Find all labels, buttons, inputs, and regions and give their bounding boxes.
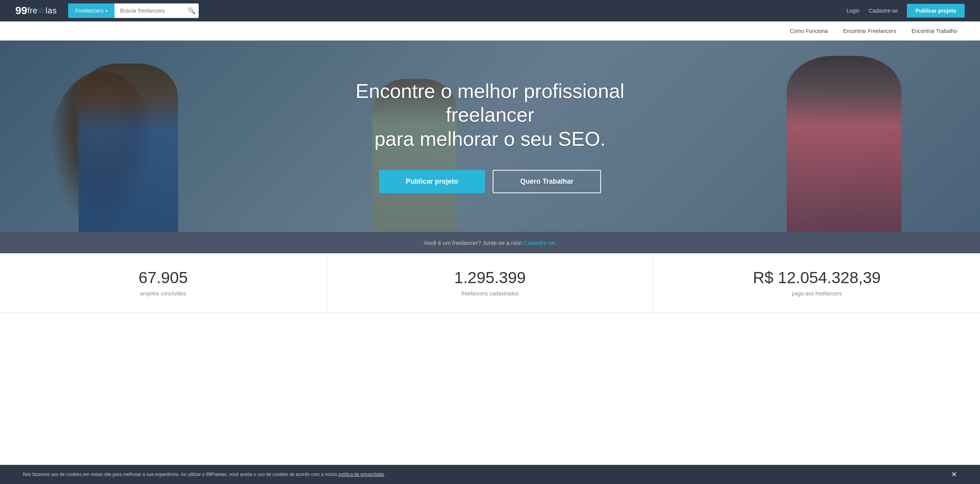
- search-button[interactable]: 🔍: [188, 7, 196, 15]
- stat-freelancers-label: freelancers cadastrados: [461, 290, 518, 297]
- logo[interactable]: 99 fre☆las: [15, 5, 57, 16]
- hero-content: Encontre o melhor profissional freelance…: [337, 79, 643, 193]
- search-icon: 🔍: [188, 8, 196, 14]
- hero-section: Encontre o melhor profissional freelance…: [0, 41, 980, 232]
- stat-pago-label: pago aos freelancers: [792, 290, 842, 297]
- freelancers-btn-label: Freelancers: [75, 8, 103, 14]
- encontrar-freelancers-link[interactable]: Encontrar Freelancers: [843, 28, 896, 34]
- hero-title: Encontre o melhor profissional freelance…: [345, 79, 635, 151]
- secondary-nav: Como Funciona Encontrar Freelancers Enco…: [0, 21, 980, 41]
- search-bar: Freelancers ▾ 🔍: [68, 3, 199, 18]
- chevron-down-icon: ▾: [106, 9, 108, 13]
- stat-pago-number: R$ 12.054.328,39: [661, 269, 972, 287]
- cadastre-se-button[interactable]: Cadastre-se: [869, 8, 898, 14]
- search-input[interactable]: [114, 3, 199, 18]
- publish-project-button-hero[interactable]: Publicar projeto: [379, 170, 485, 193]
- hero-buttons: Publicar projeto Quero Trabalhar: [345, 170, 635, 193]
- navbar-right: Login Cadastre-se Publicar projeto: [846, 4, 965, 18]
- publish-project-button-nav[interactable]: Publicar projeto: [907, 4, 965, 18]
- como-funciona-link[interactable]: Como Funciona: [790, 28, 828, 34]
- freelancer-banner-text: Você é um freelancer? Junte-se a nós! Ca…: [424, 240, 557, 246]
- cadastre-se-banner-link[interactable]: Cadastre-se: [524, 240, 555, 246]
- freelancer-banner: Você é um freelancer? Junte-se a nós! Ca…: [0, 232, 980, 253]
- navbar: 99 fre☆las Freelancers ▾ 🔍 Login Cadastr…: [0, 0, 980, 21]
- freelancers-dropdown-btn[interactable]: Freelancers ▾: [68, 3, 114, 18]
- stat-projetos-number: 67.905: [8, 269, 319, 287]
- logo-99: 99: [15, 5, 27, 16]
- login-button[interactable]: Login: [846, 8, 859, 14]
- stat-projetos: 67.905 projetos concluídos: [0, 253, 327, 312]
- stat-freelancers-number: 1.295.399: [335, 269, 646, 287]
- logo-freelas: fre☆las: [27, 6, 57, 16]
- stat-freelancers: 1.295.399 freelancers cadastrados: [327, 253, 654, 312]
- stat-pago: R$ 12.054.328,39 pago aos freelancers: [653, 253, 980, 312]
- stats-section: 67.905 projetos concluídos 1.295.399 fre…: [0, 253, 980, 313]
- quero-trabalhar-button[interactable]: Quero Trabalhar: [493, 170, 601, 193]
- search-input-wrapper: 🔍: [114, 3, 199, 18]
- encontrar-trabalho-link[interactable]: Encontrar Trabalho: [911, 28, 957, 34]
- stat-projetos-label: projetos concluídos: [140, 290, 186, 297]
